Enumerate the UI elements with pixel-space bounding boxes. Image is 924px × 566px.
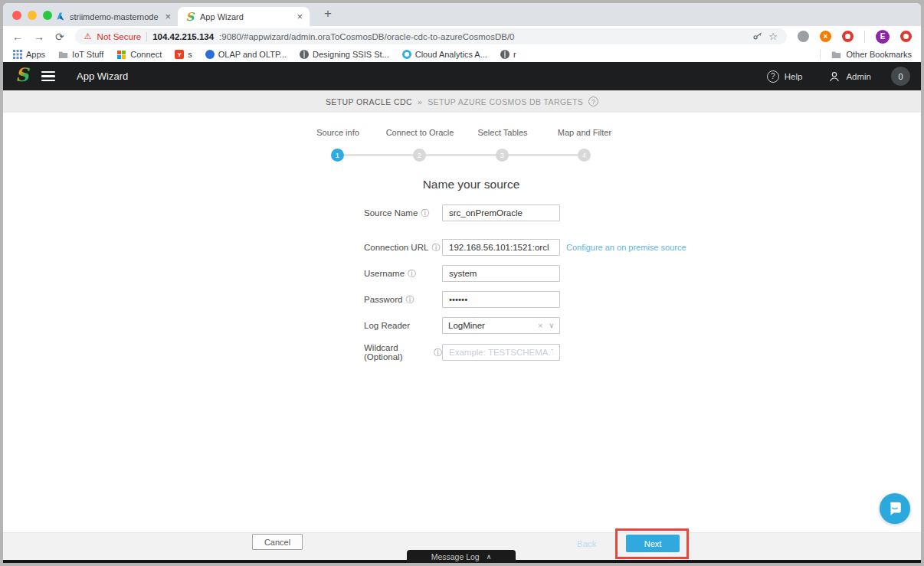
step-circle-1[interactable]: 1: [331, 149, 344, 162]
chat-bubble-icon: [886, 500, 903, 517]
chevron-down-icon[interactable]: ∨: [549, 322, 554, 329]
user-icon: [828, 70, 840, 83]
url-path: :9080/#appwizard/admin.oraToCosmosDB/ora…: [219, 32, 514, 41]
connection-url-label: Connection URL ⓘ: [364, 242, 442, 254]
source-name-label: Source Name ⓘ: [364, 208, 442, 219]
stepper-line: [338, 154, 585, 156]
apps-grid-icon: [12, 50, 22, 60]
back-button[interactable]: Back: [577, 539, 597, 548]
wildcard-label: Wildcard (Optional) ⓘ: [364, 343, 442, 362]
info-icon[interactable]: ⓘ: [434, 347, 442, 358]
striim-favicon-icon: S: [185, 11, 195, 22]
tab-striimdemo-masternode[interactable]: striimdemo-masternode - Micr ×: [48, 7, 178, 26]
form-row-wildcard: Wildcard (Optional) ⓘ: [364, 344, 560, 361]
info-icon[interactable]: ⓘ: [431, 242, 440, 254]
menu-hamburger-icon[interactable]: [41, 71, 55, 82]
step-label-source-info: Source info: [316, 128, 359, 137]
profile-avatar[interactable]: E: [876, 30, 890, 44]
cancel-button[interactable]: Cancel: [252, 534, 303, 550]
key-icon[interactable]: [752, 31, 763, 43]
bookmark-label: Apps: [26, 50, 45, 59]
breadcrumb-step-2[interactable]: SETUP AZURE COSMOS DB TARGETS: [428, 97, 583, 106]
info-icon[interactable]: ⓘ: [406, 294, 414, 306]
bookmark-label: Designing SSIS St...: [313, 50, 389, 59]
bookmark-star-icon[interactable]: ☆: [768, 31, 778, 42]
cloud-analytics-icon: [402, 50, 411, 59]
password-label: Password ⓘ: [364, 294, 442, 306]
help-button[interactable]: ? Help: [767, 70, 803, 83]
message-log-toggle[interactable]: Message Log ∧: [407, 550, 516, 563]
warning-icon: ⚠: [84, 31, 92, 41]
screenshot-frame: striimdemo-masternode - Micr × S App Wiz…: [0, 0, 924, 566]
other-bookmarks[interactable]: Other Bookmarks: [820, 50, 912, 60]
page-title: App Wizard: [77, 70, 128, 82]
connection-url-input[interactable]: [442, 239, 560, 256]
striim-logo-icon[interactable]: S: [14, 64, 31, 88]
form-row-username: Username ⓘ: [364, 265, 560, 282]
bookmark-apps[interactable]: Apps: [12, 50, 45, 60]
bookmark-connect[interactable]: Connect: [116, 50, 162, 60]
bookmark-r[interactable]: r: [500, 50, 516, 59]
header-actions: ? Help Admin 0: [767, 67, 910, 86]
admin-menu[interactable]: Admin: [828, 70, 871, 83]
bookmark-designing-ssis[interactable]: Designing SSIS St...: [300, 50, 389, 59]
info-icon[interactable]: ⓘ: [421, 208, 429, 219]
close-icon[interactable]: ×: [297, 11, 303, 22]
back-icon[interactable]: ←: [12, 31, 23, 42]
help-icon: ?: [767, 70, 779, 83]
close-icon[interactable]: ×: [165, 11, 171, 22]
step-circle-4[interactable]: 4: [578, 149, 591, 162]
svg-text:S: S: [185, 11, 195, 23]
folder-icon: [831, 50, 841, 60]
extension-icon[interactable]: [842, 31, 854, 42]
bookmark-olap-oltp[interactable]: OLAP and OLTP...: [205, 50, 287, 59]
breadcrumb-step-1[interactable]: SETUP ORACLE CDC: [326, 97, 412, 106]
bookmark-s[interactable]: Y s: [175, 50, 192, 59]
chat-widget-button[interactable]: [880, 493, 910, 524]
reload-icon[interactable]: ⟳: [55, 31, 64, 42]
not-secure-label[interactable]: Not Secure: [97, 32, 142, 41]
extension-icon[interactable]: [798, 31, 809, 42]
address-bar[interactable]: ⚠ Not Secure 104.42.215.134 :9080/#appwi…: [75, 28, 787, 44]
info-icon[interactable]: ⓘ: [408, 268, 416, 280]
database-icon: [205, 50, 215, 59]
tab-app-wizard[interactable]: S App Wizard ×: [178, 7, 310, 26]
chevron-up-icon: ∧: [487, 553, 492, 561]
bookmark-cloud-analytics[interactable]: Cloud Analytics A...: [402, 50, 487, 59]
window-controls: [12, 11, 52, 20]
configure-on-premise-link[interactable]: Configure an on premise source: [566, 243, 686, 252]
form-row-password: Password ⓘ: [364, 291, 560, 308]
password-input[interactable]: [442, 291, 560, 308]
log-reader-select[interactable]: LogMiner × ∨: [442, 317, 560, 334]
admin-label: Admin: [846, 72, 871, 81]
wildcard-input[interactable]: [442, 344, 560, 361]
breadcrumb-help-icon[interactable]: ?: [588, 97, 598, 106]
notification-badge[interactable]: 0: [891, 67, 910, 86]
divider: [146, 32, 147, 41]
form-row-log-reader: Log Reader LogMiner × ∨: [364, 317, 560, 334]
next-button[interactable]: Next: [626, 535, 680, 552]
step-label-connect-to-oracle: Connect to Oracle: [386, 128, 454, 137]
wizard-content: Source info Connect to Oracle Select Tab…: [3, 113, 921, 532]
wizard-title: Name your source: [423, 178, 520, 191]
address-row: ← → ⟳ ⚠ Not Secure 104.42.215.134 :9080/…: [3, 26, 921, 47]
step-circle-3[interactable]: 3: [496, 149, 509, 162]
source-name-input[interactable]: [442, 204, 560, 221]
browser-menu-icon[interactable]: [900, 31, 912, 42]
new-tab-button[interactable]: +: [319, 6, 337, 21]
divider: [864, 31, 865, 43]
bookmarks-bar: Apps IoT Stuff Connect Y s OLAP and O: [3, 47, 921, 62]
extension-icon[interactable]: ×: [820, 31, 831, 42]
close-window-button[interactable]: [12, 11, 21, 20]
bookmark-iot-stuff[interactable]: IoT Stuff: [58, 50, 103, 60]
form-row-connection-url: Connection URL ⓘ: [364, 239, 560, 256]
breadcrumb: SETUP ORACLE CDC » SETUP AZURE COSMOS DB…: [3, 90, 921, 113]
step-circle-2[interactable]: 2: [413, 149, 426, 162]
azure-icon: [54, 11, 65, 22]
log-reader-value: LogMiner: [448, 321, 485, 330]
minimize-window-button[interactable]: [28, 11, 37, 20]
username-input[interactable]: [442, 265, 560, 282]
forward-icon[interactable]: →: [34, 31, 44, 42]
svg-text:S: S: [15, 64, 30, 85]
clear-icon[interactable]: ×: [538, 321, 542, 330]
